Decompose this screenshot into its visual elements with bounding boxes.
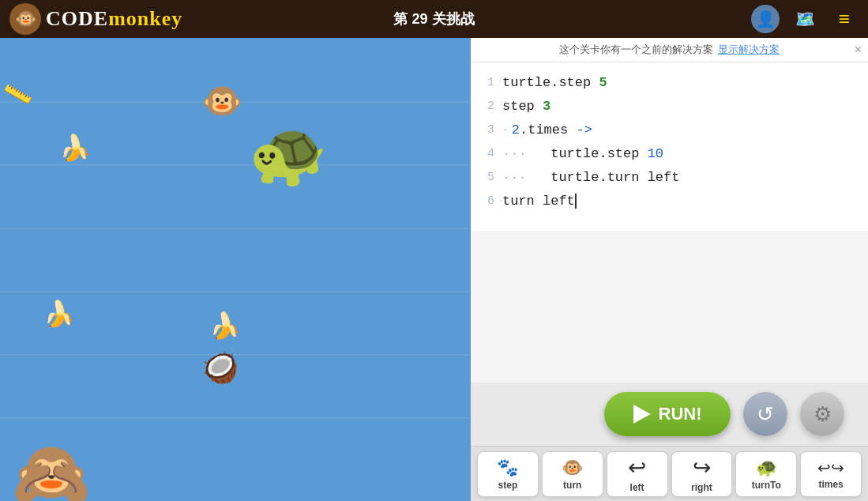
cmd-step-button[interactable]: 🐾 step	[477, 451, 539, 497]
show-solution-link[interactable]: 显示解决方案	[718, 43, 780, 57]
code-line-1: 1 turtle.step 5	[471, 70, 868, 94]
right-panel: 这个关卡你有一个之前的解决方案 显示解决方案 × 1 turtle.step 5…	[471, 38, 868, 501]
ruler-object: 📏	[1, 78, 34, 111]
line-number-5: 5	[477, 171, 494, 184]
level-title: 第 29 关挑战	[393, 9, 474, 28]
cmd-turnto-button[interactable]: 🐢 turnTo	[735, 451, 797, 497]
main-content: 📏 🐵 🍌 🐢 🍌 🍌 🥥 🙈 这个关卡你有一个之前的解决方案 显示解决方案 ×…	[0, 38, 868, 501]
map-button[interactable]: 🗺️	[791, 5, 819, 33]
monkey-top-object: 🐵	[201, 81, 242, 120]
code-line-5: 5 ··· turtle.turn left	[471, 165, 868, 189]
run-label: RUN!	[659, 404, 702, 424]
turn-icon: 🐵	[562, 458, 583, 478]
line-number-2: 2	[477, 100, 494, 113]
turnto-icon: 🐢	[756, 458, 777, 478]
water-line	[0, 164, 471, 166]
notification-bar: 这个关卡你有一个之前的解决方案 显示解决方案 ×	[471, 38, 868, 62]
line-content-1: turtle.step 5	[502, 75, 607, 90]
logo-text: CODEmonkey	[46, 7, 182, 31]
coconut-object: 🥥	[201, 350, 239, 385]
water-line	[0, 291, 471, 292]
monkey-character: 🙈	[12, 437, 91, 501]
line-content-2: step 3	[502, 99, 550, 114]
right-icon: ↪	[693, 454, 711, 480]
turtle-object: 🐢	[249, 117, 328, 191]
times-icon: ↩↪	[817, 458, 844, 477]
left-icon: ↩	[628, 454, 646, 480]
cmd-left-button[interactable]: ↩ left	[607, 451, 668, 497]
code-line-3: 3 · 2.times ->	[471, 118, 868, 141]
menu-button[interactable]: ≡	[830, 5, 859, 33]
run-area: RUN! ↺ ⚙	[471, 382, 868, 446]
settings-icon: ⚙	[814, 402, 832, 427]
code-line-2: 2 step 3	[471, 94, 868, 118]
code-line-6: 6 turn left	[471, 189, 868, 213]
header-icons: 👤 🗺️ ≡	[751, 5, 859, 33]
avatar-button[interactable]: 👤	[751, 5, 780, 33]
step-label: step	[498, 480, 518, 491]
notification-message: 这个关卡你有一个之前的解决方案	[559, 43, 713, 57]
water-line	[0, 417, 471, 419]
loop-indicator-3: ·	[502, 124, 509, 136]
notification-close-button[interactable]: ×	[855, 43, 862, 57]
logo-code: CODE	[46, 7, 108, 30]
run-button[interactable]: RUN!	[604, 392, 731, 436]
cmd-times-button[interactable]: ↩↪ times	[800, 451, 862, 497]
play-icon	[633, 405, 651, 424]
cmd-right-button[interactable]: ↪ right	[671, 451, 733, 497]
line-content-3: 2.times ->	[512, 122, 592, 137]
editor-empty-space	[471, 231, 868, 383]
line-content-5: ··· turtle.turn left	[502, 170, 679, 185]
banana-object: 🍌	[43, 299, 75, 329]
line-number-3: 3	[477, 123, 494, 137]
logo-monkey-icon: 🐵	[9, 3, 41, 35]
banana-object: 🍌	[59, 133, 91, 163]
line-number-1: 1	[477, 76, 494, 89]
line-content-6: turn left	[502, 194, 577, 209]
reset-icon: ↺	[757, 402, 774, 427]
line-content-4: ··· turtle.step 10	[502, 146, 663, 161]
logo-area: 🐵 CODEmonkey	[9, 3, 182, 35]
turnto-label: turnTo	[752, 480, 781, 491]
game-area: 📏 🐵 🍌 🐢 🍌 🍌 🥥 🙈	[0, 38, 471, 501]
header: 🐵 CODEmonkey 第 29 关挑战 👤 🗺️ ≡	[0, 0, 868, 38]
cmd-turn-button[interactable]: 🐵 turn	[542, 451, 603, 497]
command-palette: 🐾 step 🐵 turn ↩ left ↪ right 🐢 turnTo ↩↪	[471, 446, 868, 501]
times-label: times	[818, 479, 843, 490]
settings-button[interactable]: ⚙	[800, 392, 844, 436]
turn-label: turn	[563, 480, 581, 491]
banana-object: 🍌	[209, 311, 241, 341]
logo-monkey-text: monkey	[108, 7, 182, 30]
water-line	[0, 228, 471, 229]
right-label: right	[691, 482, 712, 493]
left-label: left	[630, 482, 644, 493]
line-number-4: 4	[477, 147, 494, 160]
line-number-6: 6	[477, 194, 494, 208]
step-icon: 🐾	[497, 458, 518, 478]
code-line-4: 4 ··· turtle.step 10	[471, 141, 868, 165]
code-editor[interactable]: 1 turtle.step 5 2 step 3 3 · 2.times -> …	[471, 62, 868, 231]
reset-button[interactable]: ↺	[743, 392, 787, 436]
